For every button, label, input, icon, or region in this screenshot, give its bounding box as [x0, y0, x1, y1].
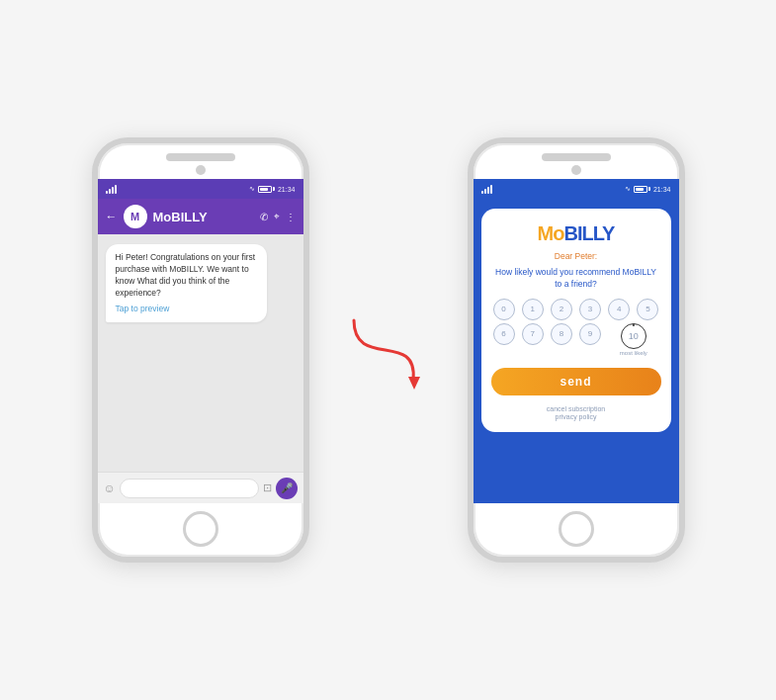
- tap-preview-link[interactable]: Tap to preview: [116, 304, 257, 315]
- signal-icon: [106, 185, 117, 194]
- phone-camera: [196, 165, 206, 175]
- back-button[interactable]: ←: [106, 210, 118, 223]
- chat-input-bar: ☺ ⊡ 🎤: [98, 472, 303, 503]
- more-icon[interactable]: ⋮: [286, 212, 296, 222]
- message-bubble: Hi Peter! Congratulations on your first …: [106, 244, 267, 322]
- camera-button[interactable]: ⊡: [263, 481, 272, 494]
- chat-action-icons: ✆ ⌖ ⋮: [260, 211, 296, 222]
- svg-marker-0: [408, 377, 420, 390]
- send-button[interactable]: send: [491, 368, 661, 395]
- nps-circle-9[interactable]: 9: [579, 323, 601, 345]
- dear-text: Dear Peter:: [555, 251, 597, 261]
- nps-item-4[interactable]: 4: [606, 299, 632, 320]
- most-likely-label: most likely: [620, 350, 647, 356]
- nps-item-8[interactable]: 8: [549, 323, 574, 356]
- right-time-display: 21:34: [653, 186, 671, 193]
- right-wifi-icon: ∿: [625, 185, 631, 193]
- attachment-icon[interactable]: ⌖: [274, 211, 280, 222]
- survey-links: cancel subscription privacy policy: [547, 405, 606, 420]
- nps-circle-10[interactable]: 10: [621, 323, 647, 349]
- right-phone: ∿ 21:34 MoBILLY Dear Peter:: [468, 137, 685, 563]
- nps-item-2[interactable]: 2: [549, 299, 574, 320]
- phone-camera-right: [571, 165, 581, 175]
- mic-button[interactable]: 🎤: [276, 478, 298, 499]
- nps-item-6[interactable]: 6: [491, 323, 517, 356]
- nps-item-3[interactable]: 3: [577, 299, 603, 320]
- nps-item-0[interactable]: 0: [491, 299, 517, 320]
- cancel-subscription-link[interactable]: cancel subscription: [547, 405, 606, 412]
- chat-avatar: M: [124, 205, 147, 228]
- nps-item-10[interactable]: 10 most likely: [606, 323, 660, 356]
- time-display: 21:34: [278, 186, 296, 193]
- nps-circle-6[interactable]: 6: [493, 323, 515, 345]
- home-button-right[interactable]: [559, 511, 594, 547]
- nps-grid: 0 1 2 3 4 5: [491, 299, 661, 356]
- nps-circle-3[interactable]: 3: [579, 299, 601, 320]
- logo-orange: Mo: [538, 222, 564, 244]
- nps-item-9[interactable]: 9: [577, 323, 603, 356]
- battery-icon: [258, 186, 275, 193]
- left-phone: ∿ 21:34 ← M MoBILLY ✆ ⌖ ⋮: [92, 137, 309, 563]
- nps-circle-2[interactable]: 2: [551, 299, 572, 320]
- contact-name: MoBILLY: [153, 210, 254, 224]
- nps-item-5[interactable]: 5: [635, 299, 660, 320]
- nps-item-1[interactable]: 1: [520, 299, 546, 320]
- right-signal-icon: [481, 185, 492, 194]
- right-status-bar: ∿ 21:34: [474, 179, 679, 199]
- left-status-bar: ∿ 21:34: [98, 179, 303, 199]
- survey-question: How likely would you recommend MoBILLY t…: [491, 267, 661, 291]
- survey-logo: MoBILLY: [538, 222, 615, 245]
- nps-circle-0[interactable]: 0: [493, 299, 515, 320]
- nps-circle-5[interactable]: 5: [637, 299, 658, 320]
- left-phone-screen: ∿ 21:34 ← M MoBILLY ✆ ⌖ ⋮: [98, 179, 303, 503]
- phone-top-speaker-right: [542, 153, 611, 161]
- logo-blue: BILLY: [563, 222, 614, 244]
- chat-header: ← M MoBILLY ✆ ⌖ ⋮: [98, 199, 303, 234]
- survey-screen: MoBILLY Dear Peter: How likely would you…: [474, 199, 679, 503]
- status-right: ∿ 21:34: [249, 185, 296, 193]
- message-input[interactable]: [120, 479, 259, 498]
- nps-item-7[interactable]: 7: [520, 323, 546, 356]
- privacy-policy-link[interactable]: privacy policy: [555, 413, 596, 420]
- wifi-icon: ∿: [249, 185, 255, 193]
- curved-arrow-container: [349, 291, 428, 409]
- phone-top-speaker: [166, 153, 235, 161]
- nps-circle-8[interactable]: 8: [551, 323, 572, 345]
- right-battery-icon: [634, 186, 650, 193]
- nps-circle-1[interactable]: 1: [522, 299, 544, 320]
- survey-card: MoBILLY Dear Peter: How likely would you…: [481, 209, 671, 432]
- right-phone-screen: ∿ 21:34 MoBILLY Dear Peter:: [474, 179, 679, 503]
- emoji-button[interactable]: ☺: [104, 481, 116, 495]
- chat-body: Hi Peter! Congratulations on your first …: [98, 234, 303, 472]
- message-text: Hi Peter! Congratulations on your first …: [116, 252, 256, 298]
- phone-icon[interactable]: ✆: [260, 212, 268, 222]
- nps-circle-7[interactable]: 7: [522, 323, 544, 345]
- home-button[interactable]: [183, 511, 218, 547]
- right-status-right: ∿ 21:34: [625, 185, 671, 193]
- nps-circle-4[interactable]: 4: [608, 299, 630, 320]
